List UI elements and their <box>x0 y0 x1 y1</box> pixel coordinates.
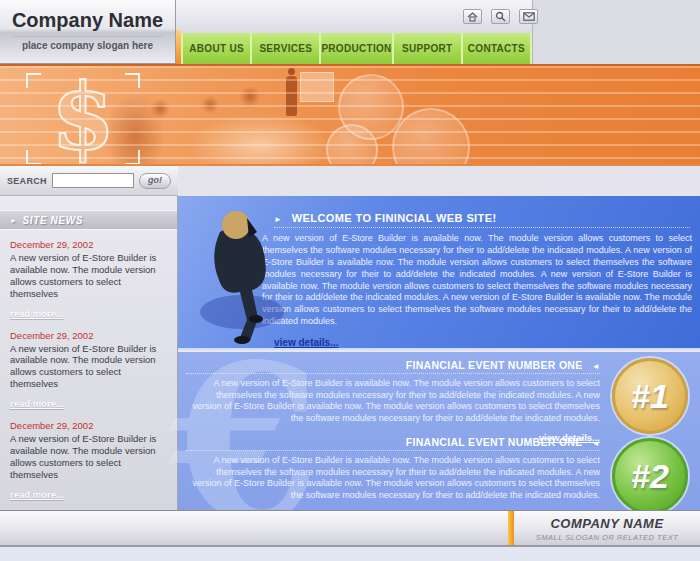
search-bar: SEARCH go! <box>0 166 178 196</box>
news-date: December 29, 2002 <box>10 420 167 431</box>
home-icon[interactable] <box>463 9 482 24</box>
sidebar: ► SITE NEWS December 29, 2002 A new vers… <box>0 196 178 510</box>
event-heading: FINANCIAL EVENT NUMBER ONE ◄ <box>186 359 600 374</box>
footer-branding: COMPANY NAME SMALL SLOGAN OR RELATED TEX… <box>514 511 700 545</box>
event-block-2: FINANCIAL EVENT NUMBER ONE ◄ A new versi… <box>186 436 600 520</box>
read-more-link[interactable]: read more... <box>10 489 64 500</box>
event-heading: FINANCIAL EVENT NUMBER ONE ◄ <box>186 436 600 451</box>
news-text: A new version of E-Store Builder is avai… <box>10 343 167 391</box>
nav-tab-services[interactable]: SERVICES <box>252 33 321 64</box>
viewfinder-corner <box>26 73 41 88</box>
main-nav: ABOUT US SERVICES PRODUCTION SUPPORT CON… <box>181 33 532 64</box>
viewfinder-corner <box>125 73 140 88</box>
site-news-header: ► SITE NEWS <box>0 210 177 230</box>
dollar-symbol: $ <box>26 69 140 165</box>
nav-tab-production[interactable]: PRODUCTION <box>321 33 393 64</box>
welcome-text: A new version of E-Store Builder is avai… <box>262 233 692 328</box>
search-label: SEARCH <box>7 176 47 186</box>
search-go-button[interactable]: go! <box>139 173 171 189</box>
event-title: FINANCIAL EVENT NUMBER ONE <box>406 359 583 371</box>
arrow-right-icon: ► <box>10 217 18 224</box>
header-right-panel <box>532 0 700 64</box>
search-icon[interactable] <box>491 9 510 24</box>
main-content: ► WELCOME TO FININCIAL WEB SITE! A new v… <box>178 196 700 510</box>
logo-divider <box>13 36 163 37</box>
welcome-heading: ► WELCOME TO FININCIAL WEB SITE! <box>274 212 690 228</box>
page: Company Name place company slogan here A… <box>0 0 700 561</box>
search-input[interactable] <box>52 173 134 188</box>
arrow-left-icon: ◄ <box>592 362 600 371</box>
arrow-left-icon: ◄ <box>592 439 600 448</box>
site-news-title: SITE NEWS <box>23 215 83 226</box>
welcome-section: ► WELCOME TO FININCIAL WEB SITE! A new v… <box>178 196 700 350</box>
mail-icon[interactable] <box>519 9 538 24</box>
read-more-link[interactable]: read more... <box>10 308 64 319</box>
viewfinder-corner <box>26 150 41 165</box>
event-block-1: FINANCIAL EVENT NUMBER ONE ◄ A new versi… <box>186 359 600 443</box>
bottom-strip <box>0 545 700 561</box>
event-text: A new version of E-Store Builder is avai… <box>186 378 600 425</box>
event-badge-2[interactable]: #2 <box>612 438 688 514</box>
news-date: December 29, 2002 <box>10 239 167 250</box>
read-more-link[interactable]: read more... <box>10 398 64 409</box>
event-text: A new version of E-Store Builder is avai… <box>186 455 600 502</box>
dollar-sign-graphic: $ <box>26 69 140 165</box>
event-badge-1[interactable]: #1 <box>612 358 688 434</box>
logo-box: Company Name place company slogan here <box>0 0 176 64</box>
header-icons <box>463 9 538 24</box>
news-text: A new version of E-Store Builder is avai… <box>10 433 167 481</box>
news-item: December 29, 2002 A new version of E-Sto… <box>0 230 177 321</box>
news-item: December 29, 2002 A new version of E-Sto… <box>0 411 177 502</box>
event-title: FINANCIAL EVENT NUMBER ONE <box>406 436 583 448</box>
footer: COMPANY NAME SMALL SLOGAN OR RELATED TEX… <box>0 510 700 545</box>
viewfinder-corner <box>125 150 140 165</box>
texture-strip <box>178 166 700 196</box>
businessman-photo <box>190 200 290 346</box>
news-item: December 29, 2002 A new version of E-Sto… <box>0 321 177 412</box>
footer-slogan: SMALL SLOGAN OR RELATED TEXT <box>514 533 700 542</box>
nav-tab-about-us[interactable]: ABOUT US <box>181 33 252 64</box>
footer-company-name: COMPANY NAME <box>514 516 700 531</box>
company-slogan: place company slogan here <box>0 40 175 51</box>
hero-banner: $ <box>0 64 700 166</box>
events-section: € FINANCIAL EVENT NUMBER ONE ◄ A new ver… <box>178 352 700 510</box>
news-date: December 29, 2002 <box>10 330 167 341</box>
nav-tab-support[interactable]: SUPPORT <box>394 33 463 64</box>
nav-tab-contacts[interactable]: CONTACTS <box>463 33 532 64</box>
news-text: A new version of E-Store Builder is avai… <box>10 252 167 300</box>
company-name: Company Name <box>0 9 175 32</box>
welcome-title: WELCOME TO FININCIAL WEB SITE! <box>292 212 497 224</box>
